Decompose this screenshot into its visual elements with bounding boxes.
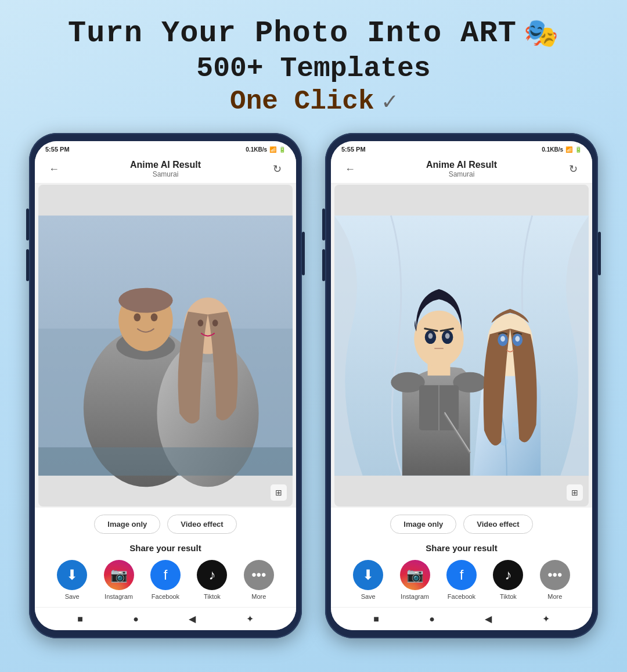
battery-icon-right: 🔋 <box>575 146 582 153</box>
signal-text-left: 0.1KB/s <box>246 146 267 153</box>
share-save-right: ⬇ Save <box>353 560 383 600</box>
save-label-right: Save <box>361 593 376 600</box>
more-label-right: More <box>547 593 562 600</box>
more-circle-right[interactable]: ••• <box>540 560 570 590</box>
share-more-right: ••• More <box>540 560 570 600</box>
image-area-left: ⊞ <box>38 185 293 506</box>
tiktok-circle-right[interactable]: ♪ <box>493 560 523 590</box>
signal-text-right: 0.1KB/s <box>542 146 563 153</box>
apps-nav-icon-left[interactable]: ✦ <box>246 613 254 624</box>
theater-emoji: 🎭 <box>524 17 559 51</box>
share-instagram-right: 📷 Instagram <box>400 560 430 600</box>
share-tiktok-right: ♪ Tiktok <box>493 560 523 600</box>
status-time-right: 5:55 PM <box>341 146 366 153</box>
circle-nav-icon-left[interactable]: ● <box>133 614 139 624</box>
share-title-left: Share your result <box>44 543 287 553</box>
phone-bottom-nav-right: ■ ● ◀ ✦ <box>331 607 592 630</box>
share-save-left: ⬇ Save <box>57 560 87 600</box>
share-tiktok-left: ♪ Tiktok <box>197 560 227 600</box>
nav-bar-right: ← Anime AI Result Samurai ↻ <box>331 155 592 184</box>
nav-title-right: Anime AI Result Samurai <box>359 160 564 178</box>
svg-point-24 <box>445 333 450 339</box>
battery-icon-left: 🔋 <box>279 146 286 153</box>
svg-point-36 <box>515 336 520 342</box>
svg-point-6 <box>134 314 140 322</box>
tiktok-circle-left[interactable]: ♪ <box>197 560 227 590</box>
couple-real-photo <box>38 185 293 506</box>
svg-point-7 <box>151 314 158 322</box>
nav-title-left: Anime AI Result Samurai <box>63 160 268 178</box>
share-facebook-right: f Facebook <box>446 560 477 600</box>
share-section-right: Share your result ⬇ Save 📷 Instagram f <box>331 538 592 607</box>
power-btn-right <box>598 232 601 275</box>
save-circle-left[interactable]: ⬇ <box>57 560 87 590</box>
facebook-circle-right[interactable]: f <box>446 560 477 590</box>
more-circle-left[interactable]: ••• <box>244 560 274 590</box>
instagram-label-left: Instagram <box>105 593 133 600</box>
expand-icon-right[interactable]: ⊞ <box>567 484 583 501</box>
phone-left: 5:55 PM 0.1KB/s 📶 🔋 ← Anime AI Result Sa… <box>29 133 302 638</box>
back-icon-right[interactable]: ← <box>341 163 359 175</box>
image-only-btn-left[interactable]: Image only <box>94 515 160 534</box>
vol-up-btn <box>26 209 29 240</box>
header: Turn Your Photo Into ART 🎭 500+ Template… <box>68 0 559 117</box>
tiktok-label-right: Tiktok <box>500 593 517 600</box>
home-nav-icon-right[interactable]: ■ <box>373 614 379 624</box>
video-effect-btn-right[interactable]: Video effect <box>463 515 532 534</box>
svg-point-11 <box>197 319 203 326</box>
facebook-circle-left[interactable]: f <box>150 560 181 590</box>
svg-point-35 <box>500 336 505 342</box>
phone-left-screen: 5:55 PM 0.1KB/s 📶 🔋 ← Anime AI Result Sa… <box>35 141 296 630</box>
share-icons-row-right: ⬇ Save 📷 Instagram f Facebook ♪ <box>340 560 583 600</box>
main-title-text: Turn Your Photo Into ART <box>68 16 517 51</box>
svg-rect-13 <box>38 447 293 476</box>
svg-point-20 <box>414 311 464 367</box>
instagram-circle-right[interactable]: 📷 <box>400 560 430 590</box>
share-section-left: Share your result ⬇ Save 📷 Instagram f <box>35 538 296 607</box>
status-icons-right: 0.1KB/s 📶 🔋 <box>542 146 582 153</box>
vol-down-btn-right <box>322 249 325 281</box>
share-facebook-left: f Facebook <box>150 560 181 600</box>
more-label-left: More <box>251 593 266 600</box>
video-effect-btn-left[interactable]: Video effect <box>167 515 236 534</box>
vol-up-btn-right <box>322 209 325 240</box>
signal-icon-right: 📶 <box>565 146 572 153</box>
refresh-icon-left[interactable]: ↻ <box>268 163 286 175</box>
share-instagram-left: 📷 Instagram <box>104 560 134 600</box>
subtitle-templates: 500+ Templates <box>68 53 559 84</box>
status-icons-left: 0.1KB/s 📶 🔋 <box>246 146 286 153</box>
btn-row-right: Image only Video effect <box>331 508 592 538</box>
subtitle-oneclick: One Click ✓ <box>68 87 559 117</box>
share-more-left: ••• More <box>244 560 274 600</box>
couple-anime-photo <box>334 185 589 506</box>
phone-right-screen: 5:55 PM 0.1KB/s 📶 🔋 ← Anime AI Result Sa… <box>331 141 592 630</box>
vol-down-btn <box>26 249 29 281</box>
phone-right: 5:55 PM 0.1KB/s 📶 🔋 ← Anime AI Result Sa… <box>325 133 598 638</box>
instagram-circle-left[interactable]: 📷 <box>104 560 134 590</box>
back-icon-left[interactable]: ← <box>45 163 63 175</box>
back-nav-icon-right[interactable]: ◀ <box>485 613 492 624</box>
btn-row-left: Image only Video effect <box>35 508 296 538</box>
share-icons-row-left: ⬇ Save 📷 Instagram f Facebook ♪ <box>44 560 287 600</box>
status-bar-right: 5:55 PM 0.1KB/s 📶 🔋 <box>331 141 592 155</box>
home-nav-icon-left[interactable]: ■ <box>77 614 83 624</box>
signal-icon-left: 📶 <box>269 146 276 153</box>
title-line1: Turn Your Photo Into ART 🎭 <box>68 16 559 51</box>
svg-point-5 <box>118 288 172 313</box>
status-bar-left: 5:55 PM 0.1KB/s 📶 🔋 <box>35 141 296 155</box>
status-time-left: 5:55 PM <box>45 146 70 153</box>
save-circle-right[interactable]: ⬇ <box>353 560 383 590</box>
apps-nav-icon-right[interactable]: ✦ <box>542 613 550 624</box>
share-title-right: Share your result <box>340 543 583 553</box>
checkmark-icon: ✓ <box>383 87 397 117</box>
image-area-right: ⊞ <box>334 185 589 506</box>
back-nav-icon-left[interactable]: ◀ <box>189 613 196 624</box>
nav-title-sub-left: Samurai <box>63 170 268 178</box>
refresh-icon-right[interactable]: ↻ <box>564 163 582 175</box>
image-only-btn-right[interactable]: Image only <box>390 515 456 534</box>
expand-icon-left[interactable]: ⊞ <box>271 484 287 501</box>
circle-nav-icon-right[interactable]: ● <box>429 614 435 624</box>
nav-title-main-left: Anime AI Result <box>63 160 268 170</box>
save-label-left: Save <box>65 593 80 600</box>
svg-point-23 <box>428 333 433 339</box>
